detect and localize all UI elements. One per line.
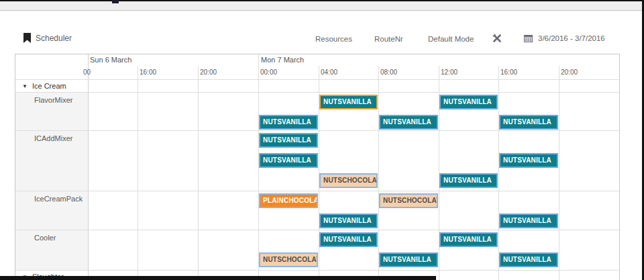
task-bar-nutsvanilla[interactable]: NUTSVANILLA <box>379 115 438 130</box>
task-bar-nutsvanilla[interactable]: NUTSVANILLA <box>499 115 558 130</box>
grid-row-line <box>15 130 619 131</box>
grid-column-line <box>378 66 379 280</box>
day-header: Sun 6 March <box>90 56 131 64</box>
date-range-picker[interactable]: 3/6/2016 - 3/7/2016 <box>524 34 605 42</box>
menu-resources[interactable]: Resources <box>315 35 352 43</box>
task-bar-nutsvanilla[interactable]: NUTSVANILLA <box>319 232 378 247</box>
grid-column-line <box>258 66 259 280</box>
calendar-icon <box>524 34 533 42</box>
window-chrome-artifact <box>112 0 119 3</box>
resource-label-flavormixer: FlavorMixer <box>34 96 72 104</box>
grid-column-line <box>138 66 138 280</box>
window-top-edge <box>0 0 644 1</box>
menu-default-mode[interactable]: Default Mode <box>428 35 474 43</box>
time-tick: 16:00 <box>140 68 156 76</box>
panel-divider <box>88 54 89 280</box>
task-bar-nutsvanilla[interactable]: NUTSVANILLA <box>499 252 558 267</box>
grid-row-line <box>15 79 619 80</box>
grid-column-line <box>198 66 199 280</box>
task-bar-nutsvanilla[interactable]: NUTSVANILLA <box>379 252 438 267</box>
task-bar-nutsvanilla-selected[interactable]: NUTSVANILLA <box>319 95 378 109</box>
time-tick: 00 <box>83 68 91 76</box>
task-bar-nutschocolate[interactable]: NUTSCHOCOLATE <box>259 252 318 267</box>
scheduler-grid: Sun 6 MarchMon 7 March0016:0020:0000:000… <box>15 54 620 280</box>
bookmark-icon <box>23 33 31 43</box>
task-bar-nutsvanilla[interactable]: NUTSVANILLA <box>259 133 318 148</box>
task-bar-nutschocolate[interactable]: NUTSCHOCOLATE <box>379 193 438 208</box>
grid-column-line <box>498 66 499 280</box>
tools-icon <box>492 34 502 43</box>
time-tick: 20:00 <box>200 68 217 76</box>
task-bar-nutsvanilla[interactable]: NUTSVANILLA <box>439 232 498 247</box>
resource-label-icecreampack: IceCreamPack <box>34 195 83 203</box>
task-bar-nutsvanilla[interactable]: NUTSVANILLA <box>499 153 558 168</box>
collapse-triangle-icon[interactable]: ▼ <box>22 83 28 89</box>
task-bar-nutsvanilla[interactable]: NUTSVANILLA <box>439 173 498 188</box>
task-bar-nutsvanilla[interactable]: NUTSVANILLA <box>319 214 378 228</box>
time-tick: 20:00 <box>561 68 578 76</box>
task-bar-nutschocolate[interactable]: NUTSCHOCOLATE <box>319 173 378 188</box>
task-bar-nutsvanilla[interactable]: NUTSVANILLA <box>259 115 318 130</box>
app-window: Scheduler Resources RouteNr Default Mode… <box>0 0 644 280</box>
date-range-label: 3/6/2016 - 3/7/2016 <box>538 34 605 42</box>
tools-button[interactable] <box>492 34 502 43</box>
resource-label-cooler: Cooler <box>34 234 56 242</box>
window-bottom-edge <box>0 276 436 280</box>
time-tick: 00:00 <box>260 68 277 76</box>
grid-row-line <box>15 92 619 93</box>
group-label: Ice Cream <box>32 82 66 90</box>
time-tick: 04:00 <box>321 68 337 76</box>
time-tick: 08:00 <box>380 68 397 76</box>
grid-column-line <box>559 66 559 280</box>
grid-row-line <box>15 191 619 191</box>
task-bar-nutsvanilla[interactable]: NUTSVANILLA <box>439 95 498 109</box>
time-tick: 12:00 <box>441 68 458 76</box>
scheduler-title-label: Scheduler <box>36 34 72 43</box>
day-header: Mon 7 March <box>261 56 304 64</box>
scheduler-title: Scheduler <box>23 33 72 43</box>
menu-routenr[interactable]: RouteNr <box>374 35 403 43</box>
task-bar-nutsvanilla[interactable]: NUTSVANILLA <box>259 153 318 168</box>
group-row-ice-cream[interactable]: ▼Ice Cream <box>22 82 66 90</box>
browser-chrome-strip <box>0 1 644 11</box>
grid-row-line <box>15 230 619 230</box>
task-bar-plainchocolate[interactable]: PLAINCHOCOLATE <box>259 193 318 208</box>
task-bar-nutsvanilla[interactable]: NUTSVANILLA <box>499 214 558 228</box>
day-boundary-line <box>258 54 259 66</box>
grid-row-line <box>15 270 619 271</box>
resource-label-icaddmixer: ICAddMixer <box>34 134 72 142</box>
time-tick: 16:00 <box>500 68 517 76</box>
